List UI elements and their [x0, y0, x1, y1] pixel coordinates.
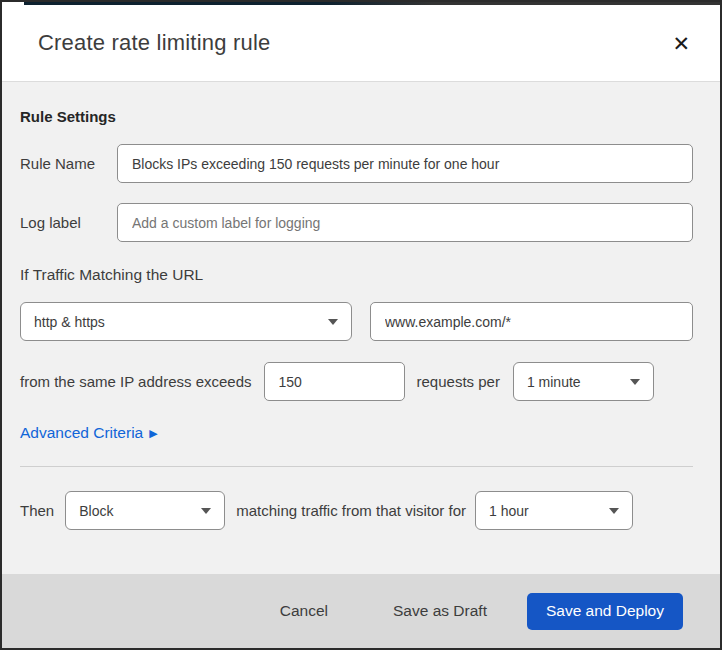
threshold-suffix-text: requests per [417, 373, 500, 390]
action-row: Then Block matching traffic from that vi… [20, 491, 693, 530]
advanced-criteria-link[interactable]: Advanced Criteria ▶ [20, 424, 158, 442]
chevron-right-icon: ▶ [149, 427, 157, 440]
url-input-wrap [370, 302, 693, 341]
threshold-row: from the same IP address exceeds request… [20, 362, 693, 401]
log-label-input[interactable] [117, 203, 693, 242]
rule-name-label: Rule Name [20, 155, 117, 172]
dialog-header: Create rate limiting rule ✕ [2, 5, 720, 82]
section-divider [20, 466, 693, 467]
create-rate-limiting-rule-dialog: Create rate limiting rule ✕ Rule Setting… [0, 0, 722, 650]
action-select-value: Block [79, 503, 113, 519]
then-label: Then [20, 502, 54, 519]
action-select[interactable]: Block [65, 491, 225, 530]
duration-select-value: 1 hour [489, 503, 529, 519]
threshold-prefix-text: from the same IP address exceeds [20, 373, 252, 390]
dialog-footer: Cancel Save as Draft Save and Deploy [2, 574, 720, 648]
url-pattern-input[interactable] [370, 302, 693, 341]
scheme-select[interactable]: http & https [20, 302, 352, 341]
log-label-row: Log label [20, 203, 693, 242]
page-title: Create rate limiting rule [38, 30, 666, 56]
chevron-down-icon [201, 508, 211, 514]
duration-select[interactable]: 1 hour [475, 491, 633, 530]
action-middle-text: matching traffic from that visitor for [236, 502, 466, 519]
dialog-body: Rule Settings Rule Name Log label If Tra… [2, 82, 720, 574]
scheme-select-value: http & https [34, 314, 105, 330]
rule-name-row: Rule Name [20, 144, 693, 183]
chevron-down-icon [609, 508, 619, 514]
traffic-match-intro: If Traffic Matching the URL [20, 266, 693, 284]
period-select-value: 1 minute [527, 374, 581, 390]
close-icon: ✕ [672, 32, 690, 55]
rule-name-input[interactable] [117, 144, 693, 183]
save-and-deploy-button[interactable]: Save and Deploy [527, 593, 683, 630]
log-label-label: Log label [20, 214, 117, 231]
rule-settings-heading: Rule Settings [20, 108, 693, 125]
save-as-draft-button[interactable]: Save as Draft [383, 594, 497, 628]
chevron-down-icon [328, 319, 338, 325]
period-select[interactable]: 1 minute [513, 362, 654, 401]
cancel-button[interactable]: Cancel [270, 594, 338, 628]
advanced-criteria-label: Advanced Criteria [20, 424, 143, 442]
close-button[interactable]: ✕ [666, 29, 696, 58]
chevron-down-icon [630, 379, 640, 385]
request-threshold-input[interactable] [264, 362, 405, 401]
url-match-row: http & https [20, 302, 693, 341]
